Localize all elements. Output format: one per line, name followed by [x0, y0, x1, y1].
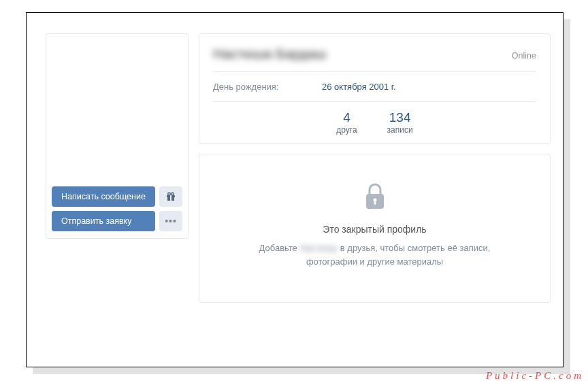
svg-rect-7 — [374, 201, 376, 205]
write-message-label: Написать сообщение — [61, 192, 146, 201]
more-icon: ••• — [165, 216, 177, 227]
content-area: Написать сообщение Отпра — [46, 13, 563, 367]
profile-header-card: Настюша Бардаш Online День рождения: 26 … — [199, 33, 551, 144]
request-row: Отправить заявку ••• — [52, 211, 182, 231]
counter-friends-num: 4 — [336, 110, 357, 125]
private-profile-card: Это закрытый профиль Добавьте Настюшу в … — [199, 154, 551, 303]
name-row: Настюша Бардаш Online — [213, 46, 536, 72]
private-desc-name: Настюшу — [299, 242, 338, 255]
counter-posts[interactable]: 134 записи — [379, 110, 421, 135]
birthday-row: День рождения: 26 октября 2001 г. — [213, 72, 536, 101]
message-row: Написать сообщение — [52, 186, 182, 207]
lock-icon — [363, 182, 387, 212]
private-desc-suffix: в друзья, чтобы смотреть её записи, — [338, 243, 490, 253]
photo-card: Написать сообщение Отпра — [46, 33, 189, 239]
birthday-value[interactable]: 26 октября 2001 г. — [322, 82, 396, 92]
send-request-button[interactable]: Отправить заявку — [52, 211, 155, 231]
private-desc-line2: фотографии и другие материалы — [306, 256, 443, 267]
private-desc-prefix: Добавьте — [259, 243, 300, 253]
svg-point-4 — [172, 193, 174, 195]
main-column: Настюша Бардаш Online День рождения: 26 … — [199, 33, 563, 367]
svg-point-3 — [168, 193, 171, 195]
send-request-label: Отправить заявку — [61, 216, 131, 226]
birthday-label: День рождения: — [213, 82, 322, 92]
private-description: Добавьте Настюшу в друзья, чтобы смотрет… — [220, 242, 529, 268]
counter-friends-label: друга — [336, 125, 357, 135]
counter-posts-num: 134 — [387, 110, 413, 125]
counters-row: 4 друга 134 записи — [213, 101, 536, 143]
sidebar: Написать сообщение Отпра — [46, 33, 189, 367]
counter-friends[interactable]: 4 друга — [328, 110, 365, 135]
profile-name: Настюша Бардаш — [213, 46, 326, 62]
window-frame: Написать сообщение Отпра — [26, 12, 564, 367]
write-message-button[interactable]: Написать сообщение — [52, 186, 155, 207]
online-status: Online — [512, 51, 536, 61]
more-button[interactable]: ••• — [159, 211, 182, 231]
profile-photo[interactable] — [52, 39, 182, 182]
svg-rect-2 — [170, 195, 172, 201]
gift-icon — [165, 191, 176, 202]
private-title: Это закрытый профиль — [220, 224, 529, 235]
counter-posts-label: записи — [387, 125, 413, 135]
gift-button[interactable] — [159, 186, 182, 207]
watermark: Public-PC.com — [486, 370, 584, 382]
